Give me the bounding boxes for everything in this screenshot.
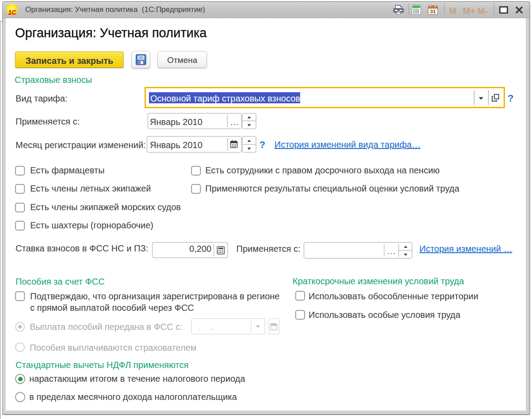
svg-text:31: 31	[430, 9, 436, 14]
svg-text:1С: 1С	[8, 9, 17, 16]
